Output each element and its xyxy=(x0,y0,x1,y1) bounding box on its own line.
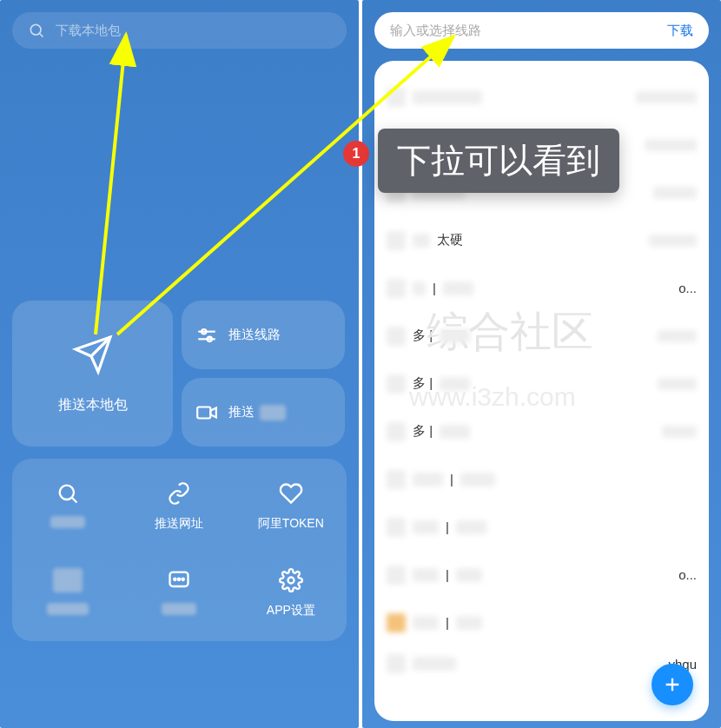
list-item[interactable]: 太硬 xyxy=(385,216,698,264)
grid-settings-label: APP设置 xyxy=(267,603,315,619)
list-item[interactable]: 多 | xyxy=(385,312,698,360)
list-item[interactable]: |o... xyxy=(385,551,698,599)
svg-point-7 xyxy=(60,486,74,500)
video-icon xyxy=(195,401,218,424)
svg-point-10 xyxy=(175,579,176,580)
link-icon xyxy=(167,481,191,506)
grid-item-settings[interactable]: APP设置 xyxy=(235,568,347,619)
push-video-label: 推送 xyxy=(228,404,255,420)
download-button[interactable]: 下载 xyxy=(667,23,693,39)
grid-section: 推送网址 阿里TOKEN APP设置 xyxy=(12,459,347,641)
grid-item-search[interactable] xyxy=(12,481,123,532)
search-bar-left[interactable]: 下载本地包 xyxy=(12,12,347,49)
left-panel: 下载本地包 推送本地包 推送线路 推送 xyxy=(0,0,359,728)
sliders-icon xyxy=(195,324,218,347)
search-bar-right[interactable]: 输入或选择线路 下载 xyxy=(374,12,709,49)
push-local-label: 推送本地包 xyxy=(58,396,128,414)
fab-add-button[interactable] xyxy=(652,664,693,705)
svg-line-1 xyxy=(40,34,43,37)
list-item[interactable]: 多 | xyxy=(385,407,698,455)
annotation-tooltip: 下拉可以看到 xyxy=(378,129,619,193)
push-video-card[interactable]: 推送 xyxy=(182,378,345,447)
search-placeholder-right: 输入或选择线路 xyxy=(390,23,481,39)
grid-item-token[interactable]: 阿里TOKEN xyxy=(235,481,347,532)
list-item[interactable]: 多 | xyxy=(385,360,698,407)
grid-url-label: 推送网址 xyxy=(155,516,203,532)
right-panel: 输入或选择线路 下载 综合社区 www.i3zh.com 太硬 |o... 多 … xyxy=(362,0,721,728)
send-icon xyxy=(72,334,114,375)
heart-icon xyxy=(279,481,303,506)
grid-item-blur1[interactable] xyxy=(12,568,123,619)
svg-point-13 xyxy=(288,578,294,584)
svg-line-8 xyxy=(72,498,76,502)
search-icon xyxy=(56,481,80,506)
plus-icon xyxy=(663,675,682,694)
gear-icon xyxy=(279,568,303,592)
list-item[interactable] xyxy=(385,73,698,121)
push-route-card[interactable]: 推送线路 xyxy=(182,301,345,369)
search-icon xyxy=(28,22,45,39)
annotation-badge: 1 xyxy=(343,141,369,167)
push-route-label: 推送线路 xyxy=(228,327,281,343)
list-item[interactable]: |o... xyxy=(385,264,698,312)
card-section: 推送本地包 推送线路 推送 xyxy=(12,301,347,447)
push-local-card[interactable]: 推送本地包 xyxy=(12,301,173,447)
svg-point-12 xyxy=(182,579,184,580)
grid-item-chat[interactable] xyxy=(123,568,235,619)
svg-rect-6 xyxy=(197,407,210,418)
chat-icon xyxy=(167,568,191,592)
grid-token-label: 阿里TOKEN xyxy=(258,516,324,532)
search-placeholder-left: 下载本地包 xyxy=(56,23,121,39)
list-item[interactable]: yhqu xyxy=(385,646,698,681)
svg-point-11 xyxy=(178,579,180,580)
svg-point-0 xyxy=(30,24,41,35)
list-item[interactable]: | xyxy=(385,599,698,646)
list-item[interactable]: | xyxy=(385,455,698,503)
grid-item-url[interactable]: 推送网址 xyxy=(123,481,235,532)
list-item[interactable]: | xyxy=(385,503,698,551)
